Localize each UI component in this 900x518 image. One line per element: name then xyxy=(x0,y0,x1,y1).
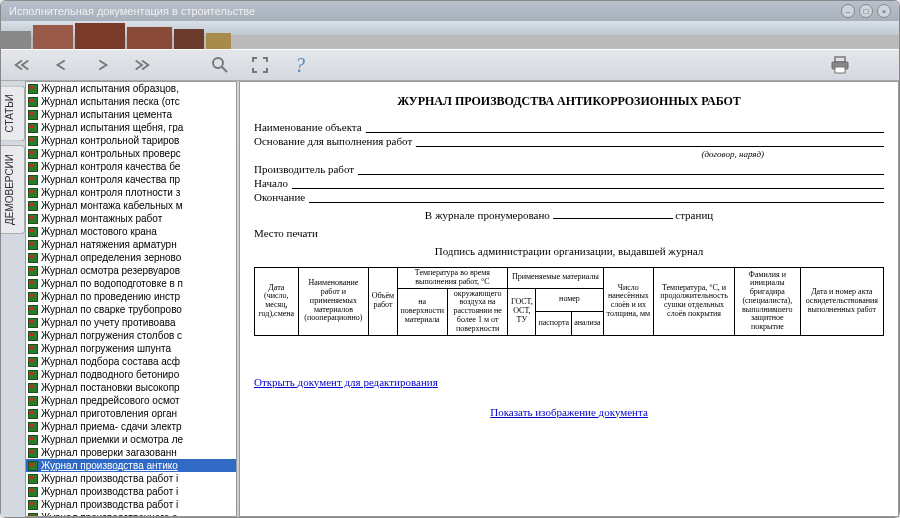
nav-prev-icon[interactable] xyxy=(51,54,73,76)
tree-item[interactable]: Журнал приготовления орган xyxy=(26,407,236,420)
document-table: Дата (число, месяц, год),смена Наименова… xyxy=(254,267,884,336)
document-icon xyxy=(28,331,38,341)
maximize-button[interactable]: □ xyxy=(859,4,873,18)
tree-item[interactable]: Журнал контроля плотности з xyxy=(26,186,236,199)
tree-item[interactable]: Журнал производства работ і xyxy=(26,485,236,498)
tree-item[interactable]: Журнал производства работ і xyxy=(26,498,236,511)
tree-item[interactable]: Журнал подводного бетониро xyxy=(26,368,236,381)
document-icon xyxy=(28,162,38,172)
document-icon xyxy=(28,318,38,328)
svg-line-1 xyxy=(222,67,227,72)
tree-item-label: Журнал погружения столбов с xyxy=(41,330,182,341)
tree-item[interactable]: Журнал мостового крана xyxy=(26,225,236,238)
tree-panel[interactable]: Журнал испытания образцов,Журнал испытан… xyxy=(25,81,237,517)
tree-item-label: Журнал погружения шпунта xyxy=(41,343,171,354)
svg-point-0 xyxy=(213,58,223,68)
document-icon xyxy=(28,370,38,380)
link-show-image[interactable]: Показать изображение документа xyxy=(254,406,884,418)
label-basis: Основание для выполнения работ xyxy=(254,135,412,147)
tree-item[interactable]: Журнал осмотра резервуаров xyxy=(26,264,236,277)
document-icon xyxy=(28,409,38,419)
svg-rect-4 xyxy=(835,67,845,73)
tree-item[interactable]: Журнал монтажа кабельных м xyxy=(26,199,236,212)
tree-item[interactable]: Журнал погружения столбов с xyxy=(26,329,236,342)
document-icon xyxy=(28,97,38,107)
tree-item[interactable]: Журнал испытания песка (отс xyxy=(26,95,236,108)
body-area: СТАТЬИ ДЕМОВЕРСИИ Журнал испытания образ… xyxy=(1,81,899,517)
tree-item[interactable]: Журнал монтажных работ xyxy=(26,212,236,225)
titlebar: Исполнительная документация в строительс… xyxy=(1,1,899,21)
document-icon xyxy=(28,357,38,367)
document-icon xyxy=(28,201,38,211)
help-icon[interactable]: ? xyxy=(289,54,311,76)
tree-item-label: Журнал по водоподготовке в п xyxy=(41,278,183,289)
nav-first-icon[interactable] xyxy=(11,54,33,76)
th-volume: Объём работ xyxy=(369,268,397,336)
tree-item[interactable]: Журнал контрольных проверс xyxy=(26,147,236,160)
tree-item[interactable]: Журнал погружения шпунта xyxy=(26,342,236,355)
tree-item[interactable]: Журнал контрольной тариров xyxy=(26,134,236,147)
print-icon[interactable] xyxy=(829,54,851,76)
document-icon xyxy=(28,227,38,237)
tree-item-label: Журнал контрольных проверс xyxy=(41,148,181,159)
tab-articles[interactable]: СТАТЬИ xyxy=(1,85,25,141)
tree-item[interactable]: Журнал проверки загазованн xyxy=(26,446,236,459)
document-icon xyxy=(28,279,38,289)
tab-demos[interactable]: ДЕМОВЕРСИИ xyxy=(1,145,25,234)
row-start: Начало xyxy=(254,177,884,189)
tree-item-label: Журнал подводного бетониро xyxy=(41,369,179,380)
tree-item[interactable]: Журнал постановки высокопр xyxy=(26,381,236,394)
label-end: Окончание xyxy=(254,191,305,203)
tree-item[interactable]: Журнал испытания цемента xyxy=(26,108,236,121)
tree-item[interactable]: Журнал приемки и осмотра ле xyxy=(26,433,236,446)
th-gost: ГОСТ, ОСТ, ТУ xyxy=(508,288,536,335)
tree-item[interactable]: Журнал определения зерново xyxy=(26,251,236,264)
tree-item[interactable]: Журнал производства работ і xyxy=(26,472,236,485)
tree-item[interactable]: Журнал натяжения арматурн xyxy=(26,238,236,251)
pages-suffix: страниц xyxy=(675,209,713,221)
tree-item-label: Журнал контроля качества бе xyxy=(41,161,180,172)
pages-prefix: В журнале пронумеровано xyxy=(425,209,550,221)
tree-item[interactable]: Журнал по сварке трубопрово xyxy=(26,303,236,316)
document-icon xyxy=(28,253,38,263)
th-number-group: номер xyxy=(536,288,603,311)
nav-last-icon[interactable] xyxy=(131,54,153,76)
tree-item[interactable]: Журнал производственного о xyxy=(26,511,236,517)
tree-item-label: Журнал производства работ і xyxy=(41,473,178,484)
row-basis: Основание для выполнения работ xyxy=(254,135,884,147)
nav-next-icon[interactable] xyxy=(91,54,113,76)
tree-item-label: Журнал определения зерново xyxy=(41,252,181,263)
tree-item-label: Журнал осмотра резервуаров xyxy=(41,265,180,276)
th-temp-surface: на поверхности материала xyxy=(397,288,447,335)
tree-item[interactable]: Журнал производства антико xyxy=(26,459,236,472)
minimize-button[interactable]: – xyxy=(841,4,855,18)
tree-item-label: Журнал монтажа кабельных м xyxy=(41,200,183,211)
th-date: Дата (число, месяц, год),смена xyxy=(255,268,299,336)
tree-item[interactable]: Журнал контроля качества пр xyxy=(26,173,236,186)
tree-item[interactable]: Журнал приема- сдачи электр xyxy=(26,420,236,433)
tree-item-label: Журнал испытания цемента xyxy=(41,109,172,120)
th-works: Наименование работ и применяемых материа… xyxy=(298,268,369,336)
tree-item-label: Журнал приемки и осмотра ле xyxy=(41,434,183,445)
tree-item-label: Журнал производства работ і xyxy=(41,486,178,497)
tree-item-label: Журнал натяжения арматурн xyxy=(41,239,177,250)
tree-item[interactable]: Журнал подбора состава асф xyxy=(26,355,236,368)
document-icon xyxy=(28,435,38,445)
tree-item[interactable]: Журнал по учету противоава xyxy=(26,316,236,329)
search-icon[interactable] xyxy=(209,54,231,76)
link-edit-document[interactable]: Открыть документ для редактирования xyxy=(254,376,884,388)
document-icon xyxy=(28,123,38,133)
tree-item[interactable]: Журнал испытания образцов, xyxy=(26,82,236,95)
signature-label: Подпись администрации организации, выдав… xyxy=(254,245,884,257)
close-button[interactable]: × xyxy=(877,4,891,18)
tree-item[interactable]: Журнал контроля качества бе xyxy=(26,160,236,173)
tree-item[interactable]: Журнал по проведению инстр xyxy=(26,290,236,303)
tree-item-label: Журнал испытания щебня, гра xyxy=(41,122,183,133)
tree-item[interactable]: Журнал испытания щебня, гра xyxy=(26,121,236,134)
fit-icon[interactable] xyxy=(249,54,271,76)
tree-item-label: Журнал приготовления орган xyxy=(41,408,177,419)
document-icon xyxy=(28,110,38,120)
tree-item[interactable]: Журнал по водоподготовке в п xyxy=(26,277,236,290)
tree-item[interactable]: Журнал предрейсового осмот xyxy=(26,394,236,407)
th-temp-air: окружающего воздуха на расстоянии не бол… xyxy=(447,288,507,335)
